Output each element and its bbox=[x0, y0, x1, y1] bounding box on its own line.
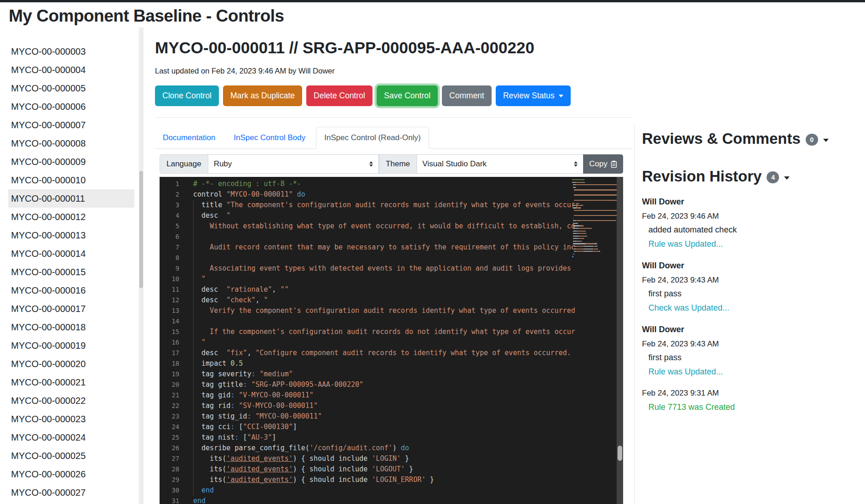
revision-history-list: Will DowerFeb 24, 2023 9:46 AMadded auto… bbox=[642, 197, 860, 412]
sidebar-item[interactable]: MYCO-00-000018 bbox=[8, 318, 134, 336]
theme-value: Visual Studio Dark bbox=[423, 159, 487, 169]
line-number: 14 bbox=[160, 316, 179, 327]
sidebar-item[interactable]: MYCO-00-000022 bbox=[8, 391, 134, 410]
revision-link[interactable]: Rule was Updated... bbox=[642, 239, 860, 249]
editor-scrollbar-thumb[interactable] bbox=[618, 446, 622, 461]
line-number: 7 bbox=[160, 242, 179, 253]
editor-toolbar: Language Ruby Theme Visual Studio Dark C… bbox=[160, 154, 623, 174]
code-line: 13 Verify the component's configuration … bbox=[160, 306, 617, 316]
revision-collapse-caret-icon[interactable] bbox=[784, 176, 790, 180]
reviews-comments-title: Reviews & Comments bbox=[642, 130, 801, 147]
line-number: 27 bbox=[160, 453, 179, 464]
revision-count-badge: 4 bbox=[767, 171, 779, 183]
sidebar-item[interactable]: MYCO-00-000025 bbox=[8, 447, 134, 465]
line-number: 11 bbox=[160, 284, 179, 295]
line-number: 5 bbox=[160, 221, 179, 232]
sidebar-item[interactable]: MYCO-00-000026 bbox=[8, 465, 134, 483]
code-line: 10 " bbox=[160, 274, 617, 284]
code-line: 19 tag severity: "medium" bbox=[160, 369, 617, 379]
revision-link[interactable]: Rule was Updated... bbox=[642, 367, 860, 377]
sidebar-item[interactable]: MYCO-00-000017 bbox=[8, 300, 134, 318]
clone-control-button[interactable]: Clone Control bbox=[155, 85, 219, 106]
line-number: 8 bbox=[160, 253, 179, 263]
code-line: 16 " bbox=[160, 337, 617, 348]
language-select[interactable]: Ruby bbox=[208, 154, 379, 174]
revision-message: first pass bbox=[642, 353, 860, 362]
sidebar-item[interactable]: MYCO-00-000019 bbox=[8, 336, 134, 355]
code-line: 3 title "The component's configuration a… bbox=[160, 200, 617, 210]
delete-control-button[interactable]: Delete Control bbox=[306, 85, 372, 106]
sidebar-item[interactable]: MYCO-00-000023 bbox=[8, 410, 134, 428]
line-number: 16 bbox=[160, 337, 179, 348]
sidebar-item[interactable]: MYCO-00-000006 bbox=[8, 97, 134, 116]
review-status-button[interactable]: Review Status bbox=[496, 85, 571, 106]
sidebar-item[interactable]: MYCO-00-000007 bbox=[8, 116, 134, 134]
button-label: Clone Control bbox=[162, 91, 212, 101]
line-number: 10 bbox=[160, 274, 179, 284]
page-title: My Component Baseline - Controls bbox=[9, 6, 284, 26]
revision-message: first pass bbox=[642, 289, 860, 299]
button-label: Save Control bbox=[384, 91, 430, 101]
sidebar-item[interactable]: MYCO-00-000005 bbox=[8, 79, 134, 97]
theme-label: Theme bbox=[379, 154, 417, 174]
tab-inspec-control-read-only-[interactable]: InSpec Control (Read-Only) bbox=[316, 127, 429, 149]
code-line: 26 desribe parse_config_file('/config/au… bbox=[160, 443, 617, 453]
sidebar-item[interactable]: MYCO-00-000010 bbox=[8, 171, 134, 189]
code-line: 8 bbox=[160, 253, 617, 263]
code-line: 28 its('audited_events') { should includ… bbox=[160, 464, 617, 475]
line-number: 2 bbox=[160, 189, 179, 200]
code-editor[interactable]: 1# -*- encoding : utf-8 -*-2control "MYC… bbox=[160, 177, 623, 504]
code-line: 27 its('audited_events') { should includ… bbox=[160, 453, 617, 464]
line-number: 1 bbox=[160, 179, 179, 189]
sidebar-scrollbar-thumb[interactable] bbox=[139, 171, 143, 288]
button-label: Delete Control bbox=[314, 91, 365, 101]
revision-entry: Will DowerFeb 24, 2023 9:46 AMadded auto… bbox=[642, 197, 860, 249]
control-detail-panel: MYCO-00-000011 // SRG-APP-000095-AAA-000… bbox=[155, 39, 632, 504]
revision-link[interactable]: Rule 7713 was Created bbox=[642, 402, 860, 412]
code-line: 21 tag gid: "V-MYCO-00-000011" bbox=[160, 390, 617, 401]
sidebar-item[interactable]: MYCO-00-000016 bbox=[8, 281, 134, 300]
line-number: 13 bbox=[160, 306, 179, 316]
sidebar-item[interactable]: MYCO-00-000020 bbox=[8, 355, 134, 373]
line-number: 26 bbox=[160, 443, 179, 453]
revision-history-title: Revision History bbox=[642, 168, 762, 185]
line-number: 22 bbox=[160, 401, 179, 411]
revision-entry: Feb 24, 2023 9:31 AMRule 7713 was Create… bbox=[642, 389, 860, 412]
sidebar-item[interactable]: MYCO-00-000027 bbox=[8, 483, 134, 502]
sidebar-item[interactable]: MYCO-00-000008 bbox=[8, 134, 134, 153]
sidebar-item[interactable]: MYCO-00-000003 bbox=[8, 42, 134, 61]
save-control-button[interactable]: Save Control bbox=[377, 85, 438, 106]
code-line: 29 its('audited_events') { should includ… bbox=[160, 475, 617, 485]
sidebar-item[interactable]: MYCO-00-000011 bbox=[8, 189, 134, 208]
mark-as-duplicate-button[interactable]: Mark as Duplicate bbox=[223, 85, 302, 106]
reviews-collapse-caret-icon[interactable] bbox=[823, 139, 829, 142]
line-number: 30 bbox=[160, 485, 179, 496]
code-line: 12 desc "check", " bbox=[160, 295, 617, 306]
copy-button-label: Copy bbox=[589, 159, 607, 169]
sidebar-item[interactable]: MYCO-00-000014 bbox=[8, 244, 134, 263]
button-label: Comment bbox=[449, 91, 484, 101]
line-number: 6 bbox=[160, 232, 179, 242]
sidebar-item[interactable]: MYCO-00-000009 bbox=[8, 153, 134, 171]
tab-documentation[interactable]: Documentation bbox=[155, 127, 223, 148]
revision-date: Feb 24, 2023 9:43 AM bbox=[642, 276, 860, 285]
copy-button[interactable]: Copy bbox=[583, 154, 623, 174]
sidebar-item[interactable]: MYCO-00-000024 bbox=[8, 428, 134, 447]
code-line: 17 desc "fix", "Configure component audi… bbox=[160, 348, 617, 358]
sidebar-item[interactable]: MYCO-00-000015 bbox=[8, 263, 134, 281]
sidebar-item[interactable]: MYCO-00-000021 bbox=[8, 373, 134, 391]
code-line: 1# -*- encoding : utf-8 -*- bbox=[160, 179, 617, 189]
sidebar-item[interactable]: MYCO-00-000004 bbox=[8, 61, 134, 79]
tab-inspec-control-body[interactable]: InSpec Control Body bbox=[226, 127, 313, 148]
line-number: 15 bbox=[160, 327, 179, 337]
code-line: 4 desc " bbox=[160, 210, 617, 221]
revision-link[interactable]: Check was Updated... bbox=[642, 303, 860, 313]
line-number: 9 bbox=[160, 263, 179, 274]
revision-date: Feb 24, 2023 9:31 AM bbox=[642, 389, 860, 398]
sidebar-item[interactable]: MYCO-00-000012 bbox=[8, 208, 134, 226]
code-line: 7 Audit record content that may be neces… bbox=[160, 242, 617, 253]
comment-button[interactable]: Comment bbox=[442, 85, 492, 106]
sidebar-item[interactable]: MYCO-00-000013 bbox=[8, 226, 134, 244]
editor-minimap[interactable] bbox=[572, 179, 617, 259]
theme-select[interactable]: Visual Studio Dark bbox=[417, 154, 584, 174]
